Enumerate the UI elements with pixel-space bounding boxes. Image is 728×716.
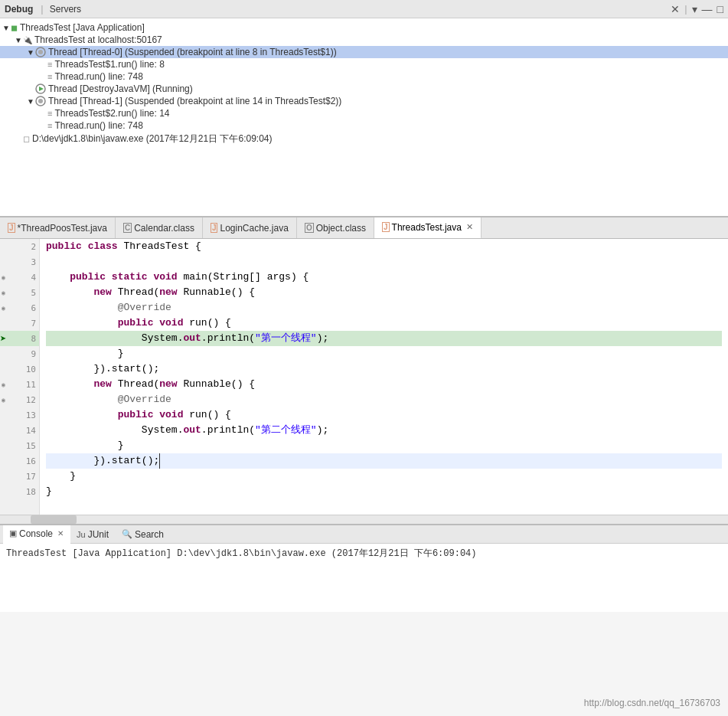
servers-tab-label[interactable]: Servers — [50, 4, 81, 15]
tab-label-5: ThreadsTest.java — [392, 222, 462, 233]
thread0-label: Thread [Thread-0] (Suspended (breakpoint… — [48, 47, 337, 57]
console-tab[interactable]: ▣ Console ✕ — [3, 525, 70, 544]
separator2: | — [684, 3, 687, 15]
ln-11: 11 ◉ — [0, 377, 39, 392]
stack0-1-label: Thread.run() line: 748 — [54, 71, 142, 82]
ln-9: 9 — [0, 346, 39, 361]
stack-frame-icon2: ≡ — [47, 72, 52, 81]
tree-item-app[interactable]: ▼ ◼ ThreadsTest [Java Application] — [0, 21, 728, 34]
tab-calendar[interactable]: C Calendar.class — [116, 217, 203, 239]
thread1-label: Thread [Thread-1] (Suspended (breakpoint… — [48, 96, 341, 106]
tree-item-stack1-0[interactable]: ≡ ThreadsTest$2.run() line: 14 — [0, 107, 728, 119]
process-label: D:\dev\jdk1.8\bin\javaw.exe (2017年12月21日… — [32, 132, 273, 145]
editor-area: J *ThreadPoosTest.java C Calendar.class … — [0, 217, 728, 524]
tree-item-thread1[interactable]: ▼ Thread [Thread-1] (Suspended (breakpoi… — [0, 95, 728, 107]
console-tab-close[interactable]: ✕ — [57, 529, 64, 538]
junit-tab-icon: Ju — [77, 530, 86, 539]
bottom-panel: ▣ Console ✕ Ju JUnit 🔍 Search ThreadsTes… — [0, 524, 728, 612]
tree-item-destroy-vm[interactable]: Thread [DestroyJavaVM] (Running) — [0, 83, 728, 95]
code-line-13: public void run() { — [46, 407, 722, 423]
stack-frame-icon4: ≡ — [47, 121, 52, 130]
code-line-5: new Thread(new Runnable() { — [46, 285, 722, 300]
window-controls: ✕ | ▾ — □ — [671, 3, 723, 15]
editor-horizontal-scrollbar[interactable] — [0, 515, 728, 524]
code-line-17: } — [46, 469, 722, 484]
tree-item-host[interactable]: ▼ 🔌 ThreadsTest at localhost:50167 — [0, 34, 728, 46]
code-line-10: }).start(); — [46, 361, 722, 377]
annotation-marker-4: ◉ — [2, 274, 5, 281]
code-line-4: public static void main(String[] args) { — [46, 270, 722, 285]
tab-label-1: *ThreadPoosTest.java — [18, 223, 107, 234]
tab-threads-test[interactable]: J ThreadsTest.java ✕ — [374, 217, 482, 239]
tree-item-stack0-0[interactable]: ≡ ThreadsTest$1.run() line: 8 — [0, 58, 728, 70]
ln-8: 8 ➤ — [0, 331, 39, 346]
stack1-0-label: ThreadsTest$2.run() line: 14 — [54, 108, 169, 119]
code-line-7: public void run() { — [46, 315, 722, 331]
ln-10: 10 — [0, 361, 39, 377]
code-line-12: @Override — [46, 392, 722, 407]
ln-14: 14 — [0, 423, 39, 438]
tab-close-5[interactable]: ✕ — [466, 222, 473, 232]
search-tab-label: Search — [135, 529, 164, 540]
tab-icon-4: O — [305, 223, 314, 233]
search-tab[interactable]: 🔍 Search — [116, 525, 171, 544]
ln-15: 15 — [0, 438, 39, 453]
stack-frame-icon3: ≡ — [47, 109, 52, 118]
debug-tab-label[interactable]: Debug — [5, 4, 33, 15]
code-line-16: }).start(); — [46, 453, 722, 469]
tab-label-2: Calendar.class — [134, 223, 194, 234]
process-icon: ◻ — [23, 134, 30, 144]
debug-tree-panel: ▼ ◼ ThreadsTest [Java Application] ▼ 🔌 T… — [0, 18, 728, 217]
expand-arrow: ▼ — [2, 24, 11, 32]
tab-login-cache[interactable]: J LoginCache.java — [203, 217, 297, 239]
annotation-marker-5: ◉ — [2, 289, 5, 296]
thread-running-icon — [35, 83, 46, 94]
thread1-suspended-icon — [35, 96, 46, 106]
tab-object[interactable]: O Object.class — [297, 217, 374, 239]
svg-point-1 — [38, 50, 43, 54]
thread-suspended-icon — [35, 47, 46, 57]
tab-icon-1: J — [8, 223, 15, 233]
expand-arrow-t0: ▼ — [26, 48, 35, 57]
toolbar-separator: | — [41, 3, 43, 15]
ln-4: 4 ◉ — [0, 270, 39, 285]
annotation-marker-6: ◉ — [2, 305, 5, 312]
host-icon: 🔌 — [23, 36, 32, 44]
restore-icon[interactable]: — — [702, 3, 713, 15]
ln-5: 5 ◉ — [0, 285, 39, 300]
maximize-icon[interactable]: □ — [717, 3, 723, 15]
expand-arrow-host: ▼ — [14, 36, 23, 44]
bottom-tab-bar: ▣ Console ✕ Ju JUnit 🔍 Search — [0, 525, 728, 544]
tab-thread-poos-test[interactable]: J *ThreadPoosTest.java — [0, 217, 116, 239]
tree-item-thread0[interactable]: ▼ Thread [Thread-0] (Suspended (breakpoi… — [0, 46, 728, 58]
code-editor[interactable]: 2 3 4 ◉ 5 ◉ 6 ◉ 7 8 ➤ — [0, 239, 728, 515]
ln-6: 6 ◉ — [0, 300, 39, 315]
ln-17: 17 — [0, 469, 39, 484]
code-line-8: System.out.println("第一个线程"); — [46, 331, 722, 346]
ln-2: 2 — [0, 239, 39, 254]
ln-13: 13 — [0, 407, 39, 423]
junit-tab-label: JUnit — [88, 529, 109, 540]
console-tab-icon: ▣ — [9, 528, 17, 538]
code-line-9: } — [46, 346, 722, 361]
stack-frame-icon: ≡ — [47, 60, 52, 69]
console-output: ThreadsTest [Java Application] D:\dev\jd… — [0, 544, 728, 612]
stack0-0-label: ThreadsTest$1.run() line: 8 — [54, 59, 164, 70]
minimize-icon[interactable]: ▾ — [692, 3, 697, 15]
tree-item-stack0-1[interactable]: ≡ Thread.run() line: 748 — [0, 70, 728, 83]
ln-7: 7 — [0, 315, 39, 331]
stack1-1-label: Thread.run() line: 748 — [54, 120, 142, 131]
tree-item-process[interactable]: ◻ D:\dev\jdk1.8\bin\javaw.exe (2017年12月2… — [0, 132, 728, 146]
tree-item-label-host: ThreadsTest at localhost:50167 — [34, 34, 162, 45]
current-line-arrow: ➤ — [0, 332, 6, 345]
terminate-icon[interactable]: ✕ — [671, 3, 680, 15]
junit-tab[interactable]: Ju JUnit — [70, 525, 116, 544]
console-tab-label: Console — [19, 528, 53, 539]
svg-point-5 — [38, 99, 43, 103]
tree-item-stack1-1[interactable]: ≡ Thread.run() line: 748 — [0, 119, 728, 132]
code-content[interactable]: public class ThreadsTest { public static… — [40, 239, 728, 515]
code-line-14: System.out.println("第二个线程"); — [46, 423, 722, 438]
code-line-15: } — [46, 438, 722, 453]
app-icon: ◼ — [11, 23, 18, 33]
ln-12: 12 ◉ — [0, 392, 39, 407]
